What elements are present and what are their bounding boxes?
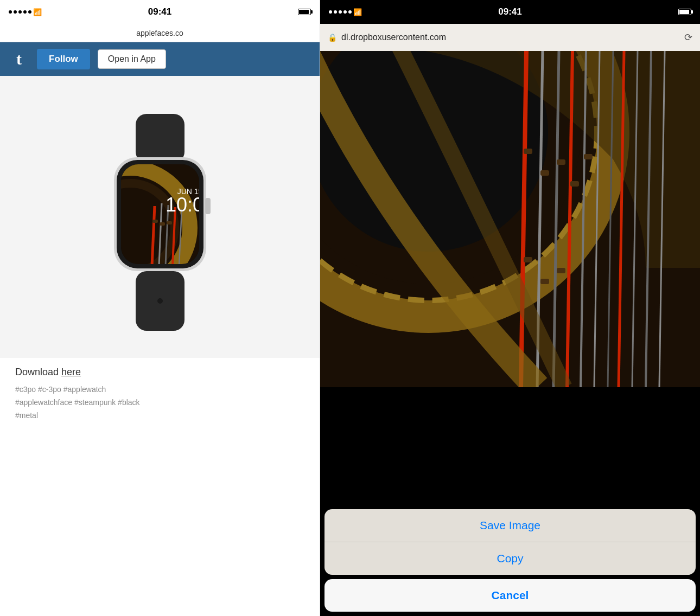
cancel-button[interactable]: Cancel bbox=[324, 579, 696, 612]
battery-left bbox=[298, 9, 311, 15]
svg-rect-0 bbox=[136, 114, 184, 163]
signal-dot bbox=[23, 10, 27, 14]
text-content: Download here #c3po #c-3po #applewatch #… bbox=[0, 358, 320, 616]
content-area: JUN 15 10:08 Download here #c3po #c- bbox=[0, 76, 320, 616]
signal-dot bbox=[14, 10, 17, 14]
wifi-icon: 📶 bbox=[33, 8, 42, 16]
steampunk-svg bbox=[320, 51, 700, 387]
copy-label: Copy bbox=[497, 552, 523, 565]
copy-button[interactable]: Copy bbox=[324, 542, 696, 575]
signal-dot-w bbox=[348, 10, 352, 14]
status-bar-right: 📶 09:41 bbox=[320, 0, 700, 24]
right-panel: 📶 09:41 🔒 dl.dropboxusercontent.com ⟳ bbox=[320, 0, 700, 616]
reload-icon[interactable]: ⟳ bbox=[684, 31, 692, 43]
tumblr-t-icon: t bbox=[16, 51, 22, 67]
save-image-button[interactable]: Save Image bbox=[324, 509, 696, 542]
signal-dot-w bbox=[334, 10, 337, 14]
signal-area-left: 📶 bbox=[9, 8, 42, 16]
svg-rect-42 bbox=[524, 257, 532, 262]
signal-dot bbox=[18, 10, 22, 14]
signal-area-right: 📶 bbox=[329, 8, 362, 16]
tumblr-nav-bar: t Follow Open in App bbox=[0, 42, 320, 76]
svg-rect-18 bbox=[205, 198, 211, 214]
url-right: dl.dropboxusercontent.com bbox=[341, 33, 680, 42]
svg-rect-38 bbox=[540, 170, 549, 176]
action-group-main: Save Image Copy bbox=[324, 509, 696, 575]
svg-rect-13 bbox=[152, 220, 158, 223]
svg-rect-43 bbox=[540, 279, 549, 284]
wifi-icon-right: 📶 bbox=[353, 8, 362, 16]
signal-dot bbox=[28, 10, 31, 14]
address-bar-right[interactable]: 🔒 dl.dropboxusercontent.com ⟳ bbox=[320, 24, 700, 51]
download-text: Download here bbox=[15, 367, 304, 378]
lock-icon: 🔒 bbox=[328, 33, 337, 42]
left-panel: 📶 09:41 applefaces.co t Follow Open in A… bbox=[0, 0, 320, 616]
url-left: applefaces.co bbox=[136, 29, 183, 37]
status-time-right: 09:41 bbox=[498, 7, 521, 17]
cancel-group: Cancel bbox=[324, 579, 696, 612]
signal-dot-w bbox=[329, 10, 332, 14]
download-link[interactable]: here bbox=[61, 367, 81, 377]
address-bar-left[interactable]: applefaces.co bbox=[0, 24, 320, 42]
svg-rect-44 bbox=[557, 268, 565, 273]
svg-rect-15 bbox=[167, 221, 172, 224]
svg-rect-14 bbox=[160, 222, 165, 226]
svg-rect-39 bbox=[557, 159, 565, 165]
svg-rect-41 bbox=[584, 154, 593, 159]
apple-watch-svg: JUN 15 10:08 bbox=[90, 114, 231, 331]
steampunk-image bbox=[320, 51, 700, 387]
save-image-label: Save Image bbox=[480, 519, 540, 532]
svg-rect-37 bbox=[524, 149, 532, 154]
battery-right bbox=[678, 9, 691, 15]
open-in-app-button[interactable]: Open in App bbox=[98, 49, 166, 69]
cancel-label: Cancel bbox=[492, 589, 529, 602]
signal-dot bbox=[9, 10, 12, 14]
status-bar-left: 📶 09:41 bbox=[0, 0, 320, 24]
svg-rect-40 bbox=[570, 181, 579, 187]
action-sheet: Save Image Copy Cancel bbox=[320, 509, 700, 616]
svg-point-20 bbox=[157, 298, 163, 304]
signal-dot-w bbox=[343, 10, 347, 14]
status-time-left: 09:41 bbox=[148, 7, 171, 17]
tumblr-logo: t bbox=[9, 49, 29, 69]
follow-button[interactable]: Follow bbox=[37, 49, 90, 69]
tags-text: #c3po #c-3po #applewatch #applewatchface… bbox=[15, 383, 304, 422]
watch-container: JUN 15 10:08 bbox=[73, 87, 247, 358]
signal-dot-w bbox=[339, 10, 342, 14]
